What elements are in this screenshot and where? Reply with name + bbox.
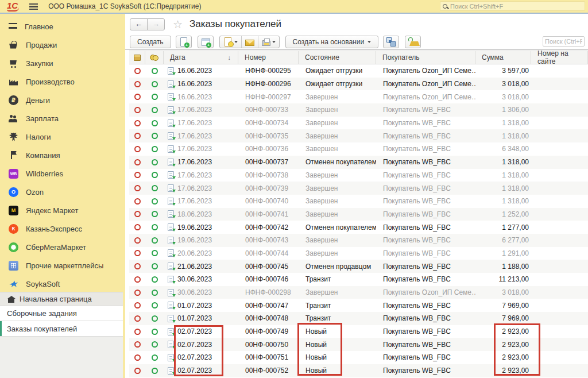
table-row[interactable]: 30.06.2023НФНФ-000298ЗавершенПокупатель …: [129, 286, 588, 299]
column-header-date[interactable]: Дата ↓: [164, 51, 238, 64]
scheduled-document-button[interactable]: [220, 36, 241, 48]
favorite-star-icon[interactable]: ☆: [173, 18, 183, 31]
column-header-status[interactable]: Состояние: [299, 51, 376, 64]
green-ring-icon: [152, 237, 158, 244]
sidebar-item-main[interactable]: Главное: [0, 17, 125, 36]
new-list-item-button[interactable]: [198, 36, 214, 48]
sidebar-item-wildberries[interactable]: WBWildberries: [0, 164, 125, 183]
table-row[interactable]: 30.06.202300НФ-000746ТранзитПокупатель W…: [129, 273, 588, 286]
column-header-number[interactable]: Номер: [238, 51, 299, 64]
sidebar-item-ozon[interactable]: OOzon: [0, 183, 125, 201]
sidebar-item-company[interactable]: Компания: [0, 146, 125, 164]
order-status: Завершен: [305, 106, 338, 114]
back-button[interactable]: ←: [130, 18, 148, 30]
order-date-cell: 18.06.2023: [164, 208, 238, 221]
global-search-input[interactable]: Поиск Ctrl+Shift+F: [440, 1, 585, 11]
column-header-payment[interactable]: [145, 51, 164, 64]
order-status-cell: Новый: [299, 364, 376, 377]
site-number-header-label: Номер на сайте: [537, 51, 587, 65]
print-button[interactable]: [258, 36, 279, 48]
order-customer: Покупатель Ozon_ИП Семе…: [383, 67, 475, 75]
table-row[interactable]: 17.06.202300НФ-000739ЗавершенПокупатель …: [129, 182, 588, 195]
order-number-cell: 00НФ-000741: [238, 208, 299, 221]
sidebar-item-salary[interactable]: Зарплата: [0, 109, 125, 128]
sidebar-item-yandex-market[interactable]: MЯндекс Маркет: [0, 201, 125, 219]
forward-button[interactable]: →: [147, 18, 165, 30]
order-payment-cell: [145, 286, 164, 299]
order-status: Новый: [305, 367, 327, 375]
table-row[interactable]: 02.07.202300НФ-000749НовыйПокупатель WB_…: [129, 325, 588, 338]
order-status-cell: Завершен: [299, 208, 376, 221]
table-row[interactable]: 02.07.202300НФ-000750НовыйПокупатель WB_…: [129, 338, 588, 351]
table-row[interactable]: 16.06.2023НФНФ-000297ЗавершенПокупатель …: [129, 90, 588, 103]
send-email-button[interactable]: [241, 36, 258, 48]
order-site-number-cell: [531, 142, 588, 156]
table-row[interactable]: 21.06.202300НФ-000745Отменен продавцомПо…: [129, 260, 588, 273]
table-row[interactable]: 17.06.202300НФ-000740ЗавершенПокупатель …: [129, 195, 588, 208]
sidebar-item-money[interactable]: ₽Деньги: [0, 91, 125, 109]
order-sum-cell: 1 318,00: [475, 129, 531, 142]
table-row[interactable]: 20.06.202300НФ-000744ЗавершенПокупатель …: [129, 247, 588, 260]
order-number-cell: НФНФ-000297: [238, 90, 299, 103]
order-status-cell: Завершен: [299, 234, 376, 247]
table-row[interactable]: 02.07.202300НФ-000752НовыйПокупатель WB_…: [129, 364, 588, 377]
sidebar-item-production[interactable]: Производство: [0, 72, 125, 91]
order-site-number-cell: [531, 64, 588, 78]
table-row[interactable]: 16.06.2023НФНФ-000296Ожидает отгрузкиПок…: [129, 78, 588, 91]
table-row[interactable]: 17.06.202300НФ-000738ЗавершенПокупатель …: [129, 169, 588, 182]
sidebar-item-taxes[interactable]: Налоги: [0, 128, 125, 146]
green-ring-icon: [152, 368, 158, 374]
sidebar-item-sales[interactable]: Продажи: [0, 36, 125, 54]
new-document-button[interactable]: [176, 36, 192, 48]
order-date: 17.06.2023: [177, 106, 212, 114]
column-header-package[interactable]: [129, 51, 145, 64]
set-status-button[interactable]: [405, 36, 421, 48]
hamburger-menu-icon[interactable]: [29, 3, 38, 10]
sidebar-item-assembly-tasks[interactable]: Сборочные задания: [0, 306, 123, 321]
sidebar-item-kazan-express[interactable]: ККазаньЭкспресс: [0, 219, 125, 238]
column-header-site-number[interactable]: Номер на сайте: [531, 51, 588, 64]
column-header-sum[interactable]: Сумма: [475, 51, 531, 64]
order-status: Отменен покупателем: [305, 223, 376, 232]
order-payment-cell: [145, 325, 164, 338]
sidebar-item-customer-orders[interactable]: Заказы покупателей: [0, 321, 123, 337]
table-row[interactable]: 16.06.2023НФНФ-000295Ожидает отгрузкиПок…: [129, 64, 588, 78]
table-row[interactable]: 01.07.202300НФ-000747ТранзитПокупатель W…: [129, 299, 588, 312]
order-number: 00НФ-000741: [245, 210, 288, 218]
create-based-on-button[interactable]: Создать на основании: [285, 36, 379, 48]
sidebar-item-soykasoft[interactable]: SoykaSoft: [0, 275, 125, 293]
sort-descending-icon: ↓: [228, 54, 231, 61]
create-button[interactable]: Создать: [130, 36, 171, 48]
table-row[interactable]: 17.06.202300НФ-000733ЗавершенПокупатель …: [129, 103, 588, 117]
table-row[interactable]: 19.06.202300НФ-000742Отменен покупателем…: [129, 221, 588, 234]
table-row[interactable]: 18.06.202300НФ-000741ЗавершенПокупатель …: [129, 208, 588, 221]
order-customer-cell: Покупатель Ozon_ИП Семе…: [376, 286, 475, 299]
sidebar-footer-filler: [0, 337, 123, 378]
column-header-customer[interactable]: Покупатель: [376, 51, 475, 64]
table-row[interactable]: 17.06.202300НФ-000734ЗавершенПокупатель …: [129, 117, 588, 130]
sum-header-label: Сумма: [482, 53, 504, 61]
table-row[interactable]: 19.06.202300НФ-000743ЗавершенПокупатель …: [129, 234, 588, 247]
order-number: 00НФ-000751: [245, 353, 288, 361]
order-customer-cell: Покупатель WB_FBC: [376, 312, 475, 325]
related-documents-button[interactable]: [383, 36, 399, 48]
sidebar-item-sbermegamarket[interactable]: СберМегаМаркет: [0, 238, 125, 256]
table-row[interactable]: 01.07.202300НФ-000748ТранзитПокупатель W…: [129, 312, 588, 325]
table-row[interactable]: 17.06.202300НФ-000736ЗавершенПокупатель …: [129, 142, 588, 156]
table-row[interactable]: 02.07.202300НФ-000751НовыйПокупатель WB_…: [129, 351, 588, 364]
green-ring-icon: [152, 302, 158, 308]
sidebar-item-label: КазаньЭкспресс: [26, 225, 82, 233]
order-number-cell: 00НФ-000746: [238, 273, 299, 286]
order-date: 21.06.2023: [177, 263, 212, 271]
order-number-cell: 00НФ-000747: [238, 299, 299, 312]
sidebar-item-home-page[interactable]: Начальная страница: [0, 292, 123, 306]
order-status: Транзит: [305, 314, 331, 322]
sidebar-item-label: Деньги: [26, 96, 50, 105]
sidebar-item-purchases[interactable]: Закупки: [0, 54, 125, 72]
list-search-input[interactable]: [543, 36, 585, 47]
table-row[interactable]: 17.06.202300НФ-000737Отменен покупателем…: [129, 156, 588, 169]
order-date: 17.06.2023: [177, 158, 212, 166]
sidebar-item-other-marketplaces[interactable]: Прочие маркетплейсы: [0, 256, 125, 275]
order-sum: 1 318,00: [502, 197, 529, 205]
table-row[interactable]: 17.06.202300НФ-000735ЗавершенПокупатель …: [129, 129, 588, 142]
